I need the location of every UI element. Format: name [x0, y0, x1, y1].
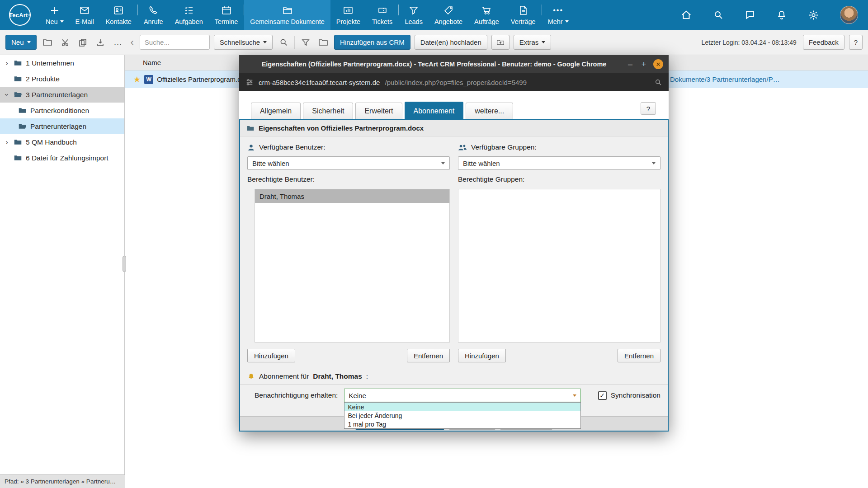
home-icon[interactable] — [680, 9, 692, 21]
quick-search-button[interactable]: Schnellsuche — [214, 35, 273, 50]
feedback-button[interactable]: Feedback — [803, 35, 844, 50]
remove-group-button[interactable]: Entfernen — [618, 349, 660, 362]
option-1-mal-pro-tag[interactable]: 1 mal pro Tag — [344, 420, 580, 428]
synchronisation-checkbox[interactable]: ✓ — [598, 391, 607, 400]
authorized-users-listbox[interactable]: Draht, Thomas — [255, 189, 450, 343]
tab-erweitert[interactable]: Erweitert — [355, 103, 402, 119]
folder-icon — [14, 75, 22, 83]
nav-item-tickets[interactable]: Tickets — [366, 0, 398, 30]
tree-item-partnerkonditionen[interactable]: Partnerkonditionen — [0, 103, 124, 118]
file-name[interactable]: Offizielles Partnerprogram.docx — [157, 75, 252, 83]
tab-allgemein[interactable]: Allgemein — [251, 103, 301, 119]
add-group-label: Hinzufügen — [465, 352, 499, 360]
notification-value: Keine — [349, 392, 366, 399]
import-icon[interactable] — [94, 36, 107, 49]
tecart-logo[interactable]: TecArt® — [0, 0, 40, 30]
upload-files-button[interactable]: Datei(en) hochladen — [415, 35, 487, 50]
filter-icon[interactable] — [299, 36, 312, 49]
copy-icon[interactable] — [76, 36, 90, 49]
notification-select[interactable]: Keine — [344, 389, 581, 402]
nav-item-neu[interactable]: Neu — [40, 0, 70, 30]
minimize-icon[interactable]: – — [623, 60, 637, 69]
nav-item-projekte[interactable]: Projekte — [330, 0, 366, 30]
tab-label: Abonnement — [414, 107, 455, 115]
dialog-tabstrip: Allgemein Sicherheit Erweitert Abonnemen… — [239, 91, 669, 119]
gear-icon[interactable] — [808, 9, 819, 21]
folder-upload-button[interactable] — [491, 35, 509, 50]
address-bar[interactable]: crm-a58bce34e1fcaa0f.tecart-system.de/pu… — [239, 73, 669, 91]
file-path-link[interactable]: Dokumente/3 Partnerunterlagen/P… — [670, 75, 780, 83]
nav-label: Angebote — [434, 18, 462, 25]
tree-item-unternehmen[interactable]: › 1 Unternehmen — [0, 55, 124, 71]
word-file-icon: W — [144, 75, 153, 84]
notification-dropdown: Keine Bei jeder Änderung 1 mal pro Tag — [344, 402, 581, 429]
nav-item-kontakte[interactable]: Kontakte — [100, 0, 137, 30]
tree-chevron-icon[interactable]: › — [4, 138, 10, 146]
nav-item-gemeinsame-dokumente[interactable]: Gemeinsame Dokumente — [244, 0, 330, 30]
available-users-label: Verfügbare Benutzer: — [259, 143, 326, 151]
list-item-user[interactable]: Draht, Thomas — [255, 189, 449, 203]
extras-button[interactable]: Extras — [514, 35, 552, 50]
nav-item-aufgaben[interactable]: Aufgaben — [169, 0, 209, 30]
nav-label: Neu — [46, 18, 58, 25]
close-icon[interactable]: ✕ — [653, 59, 663, 69]
tab-sicherheit[interactable]: Sicherheit — [303, 103, 353, 119]
add-group-button[interactable]: Hinzufügen — [458, 349, 506, 362]
favorite-star-icon[interactable]: ★ — [133, 75, 141, 84]
tree-item-partnerunterlagen[interactable]: Partnerunterlagen — [0, 118, 124, 134]
chevron-down-icon — [441, 162, 445, 164]
nav-item-termine[interactable]: Termine — [209, 0, 244, 30]
phone-icon — [148, 5, 159, 16]
nav-label: Mehr — [548, 18, 563, 25]
remove-user-button[interactable]: Entfernen — [407, 349, 450, 362]
bell-icon[interactable] — [776, 9, 787, 20]
nav-item-leads[interactable]: Leads — [399, 0, 429, 30]
search-submit-icon[interactable] — [277, 36, 290, 49]
nav-item-mehr[interactable]: ••• Mehr — [542, 0, 575, 30]
nav-label: Anrufe — [144, 18, 163, 25]
folder-icon[interactable] — [316, 36, 330, 49]
tab-label: Allgemein — [260, 107, 292, 115]
search-icon[interactable] — [713, 9, 724, 20]
add-user-button[interactable]: Hinzufügen — [247, 349, 295, 362]
ellipsis-icon: ••• — [553, 5, 563, 16]
search-input[interactable] — [140, 35, 210, 50]
zoom-search-icon[interactable] — [654, 78, 662, 86]
tab-abonnement[interactable]: Abonnement — [405, 102, 464, 119]
cut-icon[interactable] — [58, 36, 72, 49]
tree-item-produkte[interactable]: 2 Produkte — [0, 71, 124, 87]
tree-item-qm-handbuch[interactable]: › 5 QM Handbuch — [0, 134, 124, 150]
available-users-select[interactable]: Bitte wählen — [247, 156, 450, 170]
window-titlebar[interactable]: Eigenschaften (Offizielles Partnerprogra… — [239, 55, 669, 73]
more-actions-icon[interactable]: … — [111, 36, 125, 49]
tree-chevron-icon[interactable]: › — [4, 59, 10, 67]
nav-item-anrufe[interactable]: Anrufe — [138, 0, 169, 30]
users-group-icon — [458, 144, 467, 151]
tree-chevron-open-icon[interactable]: › — [3, 92, 11, 98]
nav-item-email[interactable]: E-Mail — [70, 0, 100, 30]
chat-icon[interactable] — [745, 9, 755, 20]
help-button[interactable]: ? — [849, 35, 863, 50]
authorized-groups-listbox[interactable] — [458, 189, 660, 343]
tab-weitere[interactable]: weitere... — [466, 103, 513, 119]
dialog-help-button[interactable]: ? — [641, 102, 656, 115]
nav-item-angebote[interactable]: Angebote — [429, 0, 468, 30]
nav-item-vertraege[interactable]: Verträge — [505, 0, 542, 30]
new-folder-icon[interactable] — [41, 36, 54, 49]
chevron-down-icon — [542, 41, 545, 43]
back-chevron-icon[interactable]: ‹ — [129, 37, 136, 48]
folder-icon — [14, 138, 22, 146]
nav-item-auftraege[interactable]: Aufträge — [468, 0, 505, 30]
sidebar-resize-handle[interactable] — [123, 256, 126, 272]
tree-item-partnerunterlagen-parent[interactable]: › 3 Partnerunterlagen — [0, 87, 124, 103]
add-from-crm-button[interactable]: Hinzufügen aus CRM — [334, 35, 410, 50]
new-tab-icon[interactable]: + — [637, 60, 651, 69]
folder-icon — [282, 5, 293, 16]
nav-label: Tickets — [372, 18, 392, 25]
user-avatar[interactable] — [840, 6, 858, 24]
new-button[interactable]: Neu — [5, 35, 37, 50]
option-keine[interactable]: Keine — [344, 403, 580, 411]
tree-item-zahlungsimport[interactable]: 6 Datei für Zahlungsimport — [0, 150, 124, 166]
option-bei-jeder-aenderung[interactable]: Bei jeder Änderung — [344, 411, 580, 420]
available-groups-select[interactable]: Bitte wählen — [458, 156, 660, 170]
